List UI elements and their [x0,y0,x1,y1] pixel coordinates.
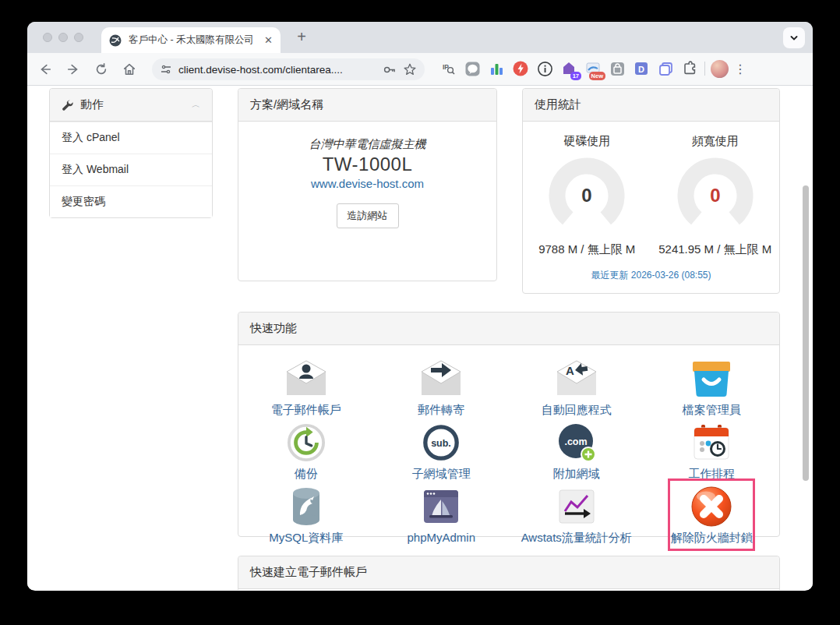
svg-text:.com: .com [564,436,587,447]
file-manager-icon [691,359,732,398]
plan-card-body: 台灣中華電信虛擬主機 TW-1000L www.devise-host.com … [238,122,496,228]
tab-strip: 客戶中心 - 禾太國際有限公司 ✕ + [27,22,813,53]
domain-link[interactable]: www.devise-host.com [238,177,496,190]
bandwidth-usage-detail: 5241.95 M / 無上限 M [651,242,780,257]
phpmyadmin-icon [422,488,461,525]
quick-item-file-manager[interactable]: 檔案管理員 [644,358,780,418]
extensions-row: IP [439,59,746,78]
backup-icon [287,423,326,462]
calendar-extension-icon[interactable]: 17 [559,59,578,78]
wrench-icon [62,99,73,111]
ip-lookup-extension-icon[interactable]: IP [439,59,457,78]
screenshot-extension-icon[interactable]: New [584,59,602,78]
home-button[interactable] [119,59,139,79]
disk-usage-value: 0 [582,185,592,206]
close-window-button[interactable] [43,33,52,42]
info-extension-icon[interactable] [535,59,554,78]
analytics-extension-icon[interactable] [487,59,506,78]
sidebar-item-login-cpanel[interactable]: 登入 cPanel [50,122,212,154]
browser-window: 客戶中心 - 禾太國際有限公司 ✕ + [27,22,813,591]
lightning-extension-icon[interactable] [511,59,530,78]
quick-item-label[interactable]: phpMyAdmin [374,531,510,544]
browser-menu-icon[interactable]: ⋮ [734,62,746,76]
bandwidth-usage-gauge: 0 [672,157,758,238]
usage-card-body: 硬碟使用 0 9788 M / 無上限 M 頻寬使用 0 5241.95 M /… [523,122,779,257]
extensions-puzzle-icon[interactable] [680,59,699,78]
quick-item-label[interactable]: 備份 [238,467,374,482]
chevron-down-icon [789,34,799,43]
traffic-lights[interactable] [43,33,83,42]
extension-badge: 17 [570,72,581,80]
quick-item-label[interactable]: 工作排程 [644,467,780,482]
profile-avatar[interactable] [711,60,729,78]
quick-item-autoresponder[interactable]: A 自動回應程式 [509,358,644,418]
zoom-window-button[interactable] [74,33,83,42]
browser-toolbar: client.devise-host.com/clientarea.... IP [27,53,813,86]
disk-usage-gauge: 0 [544,157,630,238]
quick-item-label[interactable]: 檔案管理員 [644,403,780,418]
tab-close-icon[interactable]: ✕ [264,34,273,46]
forward-button[interactable] [63,59,83,79]
quick-item-mail-forward[interactable]: 郵件轉寄 [374,358,510,418]
line-extension-icon[interactable] [463,59,482,78]
bandwidth-usage-value: 0 [710,185,720,206]
plan-card: 方案/網域名稱 台灣中華電信虛擬主機 TW-1000L www.devise-h… [238,88,497,281]
quick-item-label[interactable]: 自動回應程式 [509,403,644,418]
quick-item-backup[interactable]: 備份 [238,422,374,482]
quick-item-email-accounts[interactable]: 電子郵件帳戶 [238,358,374,418]
page-scrollbar[interactable] [803,185,809,481]
quick-item-label[interactable]: 子網域管理 [374,467,510,482]
bookmark-star-icon[interactable] [403,62,417,76]
site-favicon-icon [109,34,122,47]
autoresponder-icon: A [555,359,598,398]
quick-item-firewall-unblock[interactable]: 解除防火牆封鎖 [644,486,780,546]
bag-extension-icon[interactable] [608,59,626,78]
svg-text:A: A [566,364,574,377]
browser-tab[interactable]: 客戶中心 - 禾太國際有限公司 ✕ [101,27,281,53]
disk-usage-detail: 9788 M / 無上限 M [523,242,651,257]
bandwidth-usage-label: 頻寬使用 [651,134,780,149]
usage-stats-card: 使用統計 硬碟使用 0 9788 M / 無上限 M 頻寬使用 0 [522,88,780,294]
plan-card-header: 方案/網域名稱 [238,89,496,122]
cron-icon [692,423,731,462]
quick-item-label[interactable]: 電子郵件帳戶 [238,403,374,418]
minimize-window-button[interactable] [58,33,68,42]
quick-item-label[interactable]: 解除防火牆封鎖 [644,531,780,546]
password-key-icon[interactable] [382,62,397,77]
last-update-link[interactable]: 最近更新 2026-03-26 (08:55) [523,269,779,282]
disk-usage-label: 硬碟使用 [523,134,651,149]
visit-website-button[interactable]: 造訪網站 [337,203,399,228]
quick-item-cron-jobs[interactable]: 工作排程 [644,422,780,482]
subdomain-icon: sub. [422,423,461,462]
quick-item-label[interactable]: 郵件轉寄 [374,403,510,418]
mail-forward-icon [419,359,463,398]
back-button[interactable] [35,59,55,79]
url-text[interactable]: client.devise-host.com/clientarea.... [178,64,382,76]
reload-button[interactable] [91,59,111,79]
firewall-unblock-icon [690,486,732,528]
pages-extension-icon[interactable] [656,59,675,78]
quick-item-mysql[interactable]: MySQL資料庫 [238,486,374,546]
quick-item-phpmyadmin[interactable]: phpMyAdmin [374,486,510,546]
quick-item-label[interactable]: 附加網域 [509,467,644,482]
sidebar-item-login-webmail[interactable]: 登入 Webmail [50,154,212,185]
address-bar[interactable]: client.devise-host.com/clientarea.... [152,58,425,80]
svg-text:sub.: sub. [431,438,451,449]
site-settings-icon[interactable] [160,63,172,76]
plan-name: 台灣中華電信虛擬主機 [238,137,496,152]
quick-item-addon-domains[interactable]: .com 附加網域 [509,422,644,482]
actions-panel-header[interactable]: 動作 ︿ [50,89,212,122]
sidebar-item-change-password[interactable]: 變更密碼 [50,185,212,217]
collapse-chevron-icon[interactable]: ︿ [192,99,200,111]
quick-item-label[interactable]: MySQL資料庫 [238,531,374,546]
addon-domain-icon: .com [556,422,597,463]
quick-functions-card: 快速功能 電子郵件帳戶 [238,312,780,537]
quick-item-subdomains[interactable]: sub. 子網域管理 [374,422,510,482]
svg-text:D: D [638,65,644,74]
quick-functions-header: 快速功能 [238,312,779,345]
quick-item-awstats[interactable]: Awstats流量統計分析 [509,486,644,546]
tab-search-button[interactable] [783,27,805,48]
d-extension-icon[interactable]: D [632,59,651,78]
new-tab-button[interactable]: + [292,28,311,47]
quick-item-label[interactable]: Awstats流量統計分析 [509,531,644,546]
